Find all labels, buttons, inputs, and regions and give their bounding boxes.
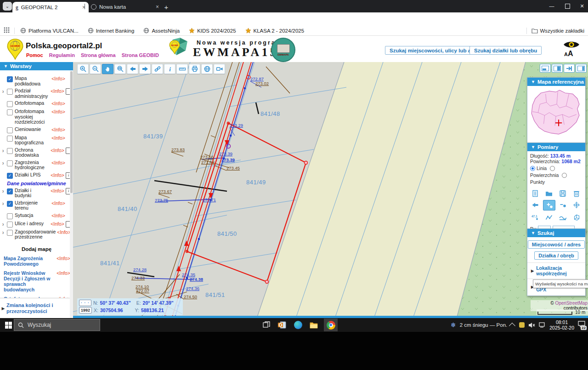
layer-checkbox[interactable] xyxy=(7,109,13,115)
move-button[interactable] xyxy=(571,200,582,210)
radio-punkty[interactable] xyxy=(562,173,567,178)
globe-button[interactable] xyxy=(201,64,213,74)
add-map-info-link[interactable]: <Info> xyxy=(57,256,70,261)
map-canvas[interactable]: 841/39841/40841/41841/48841/49841/50841/… xyxy=(73,62,588,318)
window-minimize-button[interactable]: — xyxy=(545,0,559,12)
tab-geoportal[interactable]: g GEOPORTAL 2 × xyxy=(12,2,89,12)
layer-checkbox[interactable]: ✓ xyxy=(7,188,13,194)
bookmark-klasa-2-2024-2025[interactable]: KLASA 2 - 2024/2025 xyxy=(245,28,305,34)
layer-checkbox[interactable] xyxy=(7,160,13,166)
add-map-link[interactable]: Rejestr Wniosków Decyzji i Zgłoszeń w sp… xyxy=(4,270,55,292)
tab-new[interactable]: Nowa karta × xyxy=(88,2,162,11)
nav-strona-glowna[interactable]: Strona główna xyxy=(81,52,116,58)
layer-info-link[interactable]: <Info> xyxy=(51,213,65,218)
zoom-out-button[interactable] xyxy=(90,64,101,74)
heights-button[interactable]: 47.1 xyxy=(529,212,541,222)
trash-button[interactable] xyxy=(571,188,582,198)
tray-app-icon[interactable] xyxy=(519,322,525,328)
edge-icon[interactable] xyxy=(293,319,304,330)
layer-info-link[interactable]: <Info> xyxy=(51,109,65,114)
notification-center-button[interactable]: 22 xyxy=(578,321,585,329)
list-button[interactable] xyxy=(529,188,541,198)
search-panel-header[interactable]: ▼Szukaj xyxy=(527,229,585,237)
order-transparency-link[interactable]: Zmiana kolejności i przezroczystości xyxy=(6,302,64,314)
file-explorer-icon[interactable] xyxy=(308,319,319,330)
add-measure-button[interactable] xyxy=(543,200,555,211)
sidebar-scrollbar[interactable] xyxy=(70,70,73,318)
epsg-selector[interactable]: 1992 xyxy=(79,307,92,313)
sidebar-footer[interactable]: ▶ Zmiana kolejności i przezroczystości xyxy=(0,298,73,318)
font-size-toggle[interactable]: AA xyxy=(564,50,573,58)
expand-icon[interactable]: › xyxy=(2,188,7,194)
layer-info-link[interactable]: <Info> xyxy=(57,229,71,235)
layer-checkbox[interactable] xyxy=(7,127,13,133)
layer-checkbox[interactable]: ✓ xyxy=(7,76,13,82)
volume-button[interactable] xyxy=(571,212,582,222)
expand-icon[interactable]: › xyxy=(2,88,7,94)
reference-panel-header[interactable]: ▼Mapa referencyjna xyxy=(527,78,585,86)
radio-linia[interactable] xyxy=(530,166,535,171)
remove-measure-button[interactable] xyxy=(557,200,568,210)
layer-checkbox[interactable] xyxy=(7,101,13,107)
window-maximize-button[interactable] xyxy=(560,0,574,12)
layer-checkbox[interactable] xyxy=(7,148,13,154)
layer-info-link[interactable]: <Info> xyxy=(51,148,64,153)
layer-checkbox[interactable] xyxy=(7,136,13,142)
layers-panel-header[interactable]: ▼Warstwy xyxy=(0,62,73,70)
search-parcel-button[interactable]: Działka / obręb xyxy=(534,251,578,260)
nav-strona-geobid[interactable]: Strona GEOBID xyxy=(122,52,159,58)
layer-checkbox[interactable] xyxy=(7,230,13,236)
scrollbar-thumb[interactable] xyxy=(70,71,73,193)
geobid-logo[interactable]: GEOBID xyxy=(6,38,25,60)
layer-checkbox[interactable] xyxy=(7,213,13,219)
layer-checkbox[interactable]: ✓ xyxy=(7,173,13,179)
volume-muted-icon[interactable] xyxy=(528,322,535,328)
search-link-lokalizacja-współrzę[interactable]: ▶Lokalizacja współrzędnej xyxy=(527,262,585,279)
forward-button[interactable] xyxy=(139,64,151,74)
bookmark-platforma-vulcan[interactable]: Platforma VULCAN... xyxy=(20,28,79,34)
nav-regulamin[interactable]: Regulamin xyxy=(49,52,75,58)
save-button[interactable] xyxy=(557,188,568,198)
add-map-link[interactable]: Mapa Zagrożenia Powodziowego xyxy=(4,256,55,267)
weather-text[interactable]: 2 cm śniegu — Pon. xyxy=(460,322,508,328)
surface-button[interactable] xyxy=(557,212,568,222)
layer-checkbox[interactable] xyxy=(7,222,13,228)
layer-info-link[interactable]: <Info> xyxy=(51,200,65,206)
outlook-icon[interactable] xyxy=(277,319,288,330)
ewmapa-logo[interactable]: EWMAPA xyxy=(271,38,295,62)
layer-info-link[interactable]: <Info> xyxy=(51,101,65,106)
window-close-button[interactable]: ✕ xyxy=(575,0,588,12)
layer-info-link[interactable]: <Info> xyxy=(51,88,64,94)
zoom-window-button[interactable] xyxy=(114,64,126,74)
add-map-info-link[interactable]: <Info> xyxy=(57,270,70,276)
pan-button[interactable] xyxy=(102,64,113,74)
measure-button[interactable] xyxy=(176,64,188,74)
layer-info-link[interactable]: <Info> xyxy=(51,160,65,165)
bookmark-assetsninja[interactable]: AssetsNinja xyxy=(143,28,180,34)
poland-overview-map[interactable] xyxy=(529,87,583,140)
expand-icon[interactable]: › xyxy=(2,159,7,166)
radio-powierzchnia[interactable] xyxy=(550,166,555,171)
layer-info-link[interactable]: <Info> xyxy=(51,127,65,132)
weather-icon[interactable]: ❄ xyxy=(451,321,456,329)
nav-pomoc[interactable]: Pomoc xyxy=(26,52,43,58)
openstreetmap-link[interactable]: OpenStreetMap xyxy=(555,301,588,306)
all-bookmarks-button[interactable]: Wszystkie zakładki xyxy=(531,28,585,34)
folder-button[interactable] xyxy=(543,188,554,198)
layout-forward-button[interactable] xyxy=(564,64,575,73)
layer-info-link[interactable]: <Info> xyxy=(51,135,65,141)
layer-info-link[interactable]: <Info> xyxy=(51,76,65,81)
taskbar-search-input[interactable]: Wyszukaj xyxy=(14,319,100,331)
stream-button[interactable] xyxy=(214,64,225,74)
zoom-in-button[interactable] xyxy=(77,64,89,74)
profile-button[interactable] xyxy=(543,212,554,222)
search-place-button[interactable]: Miejscowość / adres xyxy=(528,240,585,249)
back-button[interactable] xyxy=(529,200,541,210)
start-button[interactable] xyxy=(3,319,14,330)
accessibility-eye-icon[interactable] xyxy=(563,40,580,50)
back-button[interactable] xyxy=(127,64,138,74)
tray-expand-icon[interactable] xyxy=(509,323,515,329)
link-button[interactable] xyxy=(152,64,163,74)
taskbar-clock[interactable]: 08:01 2025-02-20 xyxy=(549,319,574,330)
layout-panel-button[interactable] xyxy=(576,64,587,73)
